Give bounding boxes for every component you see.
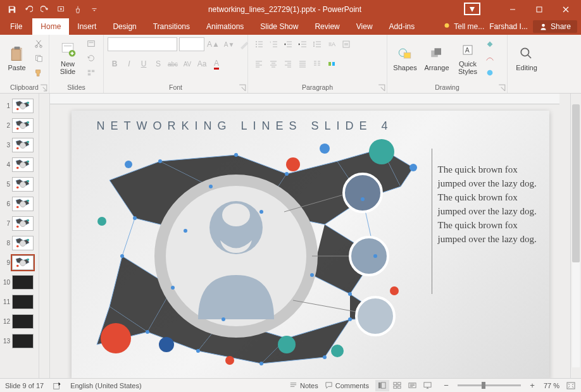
copy-icon[interactable] [32, 52, 45, 64]
thumbnail-preview[interactable] [12, 236, 34, 250]
shapes-button[interactable]: Shapes [391, 37, 419, 80]
strikethrough-button[interactable]: abc [166, 57, 180, 71]
align-left-icon[interactable] [252, 57, 266, 71]
quick-styles-button[interactable]: A Quick Styles [454, 37, 481, 80]
slideshow-view-icon[interactable] [421, 380, 435, 391]
tab-transitions[interactable]: Transitions [145, 18, 198, 35]
char-spacing-button[interactable]: AV [180, 57, 194, 71]
thumbnail-3[interactable]: 3 [0, 135, 39, 155]
tab-slideshow[interactable]: Slide Show [252, 18, 306, 35]
thumbnail-4[interactable]: 4 [0, 155, 39, 175]
cut-icon[interactable] [32, 37, 45, 50]
editing-button[interactable]: Editing [511, 37, 542, 80]
close-button[interactable] [553, 0, 578, 18]
line-spacing-icon[interactable] [310, 37, 324, 51]
tab-home[interactable]: Home [32, 18, 69, 35]
underline-button[interactable]: U [137, 57, 151, 71]
text-direction-icon[interactable]: IIA [325, 37, 339, 51]
drawing-launcher-icon[interactable] [498, 84, 506, 92]
redo-icon[interactable] [38, 3, 52, 16]
clipboard-launcher-icon[interactable] [40, 84, 47, 92]
tab-file[interactable]: File [0, 18, 32, 35]
thumbnail-preview[interactable] [12, 255, 34, 270]
thumbnail-9[interactable]: 9 [0, 253, 39, 273]
thumbnail-preview[interactable] [12, 138, 34, 152]
align-right-icon[interactable] [281, 57, 295, 71]
thumbnail-10[interactable]: 10 [0, 273, 39, 292]
network-graphic[interactable] [72, 130, 426, 376]
notes-button[interactable]: Notes [289, 381, 318, 389]
slide-canvas-area[interactable]: NETWORKING LINES SLIDE 4 [50, 94, 570, 378]
format-painter-icon[interactable] [32, 66, 45, 79]
columns-icon[interactable] [310, 57, 324, 71]
thumbnail-preview[interactable] [12, 314, 34, 329]
zoom-handle[interactable] [482, 382, 485, 389]
slide-thumbnails-panel[interactable]: 12345678910111213 [0, 94, 39, 378]
section-icon[interactable] [85, 66, 97, 79]
justify-icon[interactable] [296, 57, 309, 71]
shape-outline-icon[interactable] [484, 52, 496, 64]
align-center-icon[interactable] [266, 57, 280, 71]
paragraph-launcher-icon[interactable] [378, 84, 385, 92]
tab-addins[interactable]: Add-ins [381, 18, 423, 35]
slide-sorter-icon[interactable] [390, 380, 404, 391]
thumbnail-preview[interactable] [12, 216, 34, 231]
reset-icon[interactable] [85, 52, 97, 64]
reading-view-icon[interactable] [406, 380, 420, 391]
share-button[interactable]: Share [533, 20, 577, 33]
undo-icon[interactable] [22, 3, 35, 16]
thumbnail-2[interactable]: 2 [0, 116, 39, 135]
thumbnail-preview[interactable] [12, 157, 34, 172]
align-text-icon[interactable] [339, 37, 353, 51]
font-name-combo[interactable] [108, 37, 177, 51]
user-name[interactable]: Farshad I... [489, 22, 528, 31]
thumbnail-11[interactable]: 11 [0, 292, 39, 312]
thumbnail-1[interactable]: 1 [0, 96, 39, 116]
increase-indent-icon[interactable] [296, 37, 309, 51]
thumbnail-preview[interactable] [12, 177, 34, 192]
bullets-icon[interactable] [252, 37, 266, 51]
increase-font-icon[interactable]: A▲ [206, 37, 220, 51]
numbering-icon[interactable]: 1 [266, 37, 280, 51]
touch-mode-icon[interactable] [71, 3, 85, 16]
thumbnail-preview[interactable] [12, 118, 34, 133]
thumbnail-6[interactable]: 6 [0, 194, 39, 214]
thumbnail-preview[interactable] [12, 295, 34, 309]
bold-button[interactable]: B [108, 57, 122, 71]
shape-effects-icon[interactable] [484, 66, 496, 79]
thumbnail-preview[interactable] [12, 197, 34, 211]
slide-body-text[interactable]: The quick brown fox jumped over the lazy… [438, 162, 538, 246]
shape-fill-icon[interactable] [484, 37, 496, 50]
convert-smartart-icon[interactable] [325, 57, 339, 71]
zoom-slider[interactable] [458, 384, 521, 386]
decrease-font-icon[interactable]: A▼ [222, 37, 236, 51]
new-slide-button[interactable]: New Slide [53, 37, 82, 80]
zoom-out-button[interactable]: − [441, 381, 451, 390]
save-icon[interactable] [5, 3, 19, 16]
thumbnail-preview[interactable] [12, 334, 34, 348]
zoom-in-button[interactable]: + [527, 381, 537, 390]
tell-me-search[interactable]: Tell me... [442, 22, 484, 31]
ribbon-display-options-icon[interactable] [463, 3, 481, 16]
tab-insert[interactable]: Insert [69, 18, 104, 35]
thumbnail-preview[interactable] [12, 275, 34, 290]
layout-icon[interactable] [85, 37, 97, 50]
qat-customize-icon[interactable] [87, 3, 101, 16]
thumbnail-8[interactable]: 8 [0, 233, 39, 253]
thumbnail-13[interactable]: 13 [0, 331, 39, 351]
slide[interactable]: NETWORKING LINES SLIDE 4 [72, 111, 549, 378]
language-indicator[interactable]: English (United States) [70, 382, 142, 389]
thumbnail-7[interactable]: 7 [0, 214, 39, 233]
tab-animations[interactable]: Animations [198, 18, 252, 35]
font-size-combo[interactable] [179, 37, 204, 51]
tab-view[interactable]: View [348, 18, 381, 35]
minimize-button[interactable] [500, 0, 525, 18]
font-color-button[interactable]: A [209, 57, 223, 71]
decrease-indent-icon[interactable] [281, 37, 295, 51]
maximize-button[interactable] [527, 0, 552, 18]
slide-counter[interactable]: Slide 9 of 17 [5, 382, 44, 389]
arrange-button[interactable]: Arrange [422, 37, 452, 80]
font-launcher-icon[interactable] [239, 84, 246, 92]
start-from-beginning-icon[interactable] [54, 3, 68, 16]
thumbnail-preview[interactable] [12, 99, 34, 113]
